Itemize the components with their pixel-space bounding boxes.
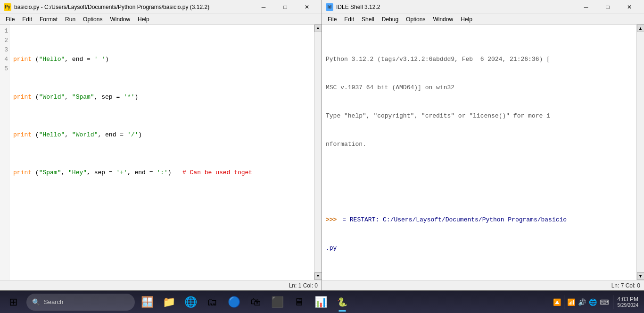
taskbar-app-copilot[interactable]: 🪟 — [137, 292, 157, 313]
tray-chevron-icon[interactable]: 🔼 — [553, 298, 561, 306]
shell-menu-edit[interactable]: Edit — [340, 14, 358, 25]
editor-window: Py basicio.py - C:/Users/Laysoft/Documen… — [0, 0, 322, 290]
copilot-icon: 🪟 — [141, 296, 154, 308]
windows-logo-icon: ⊞ — [9, 296, 17, 308]
search-placeholder-text: Search — [44, 298, 63, 305]
shell-menu-options[interactable]: Options — [402, 14, 429, 25]
editor-status-text: Ln: 1 Col: 0 — [289, 282, 318, 289]
display-icon: 🖥 — [294, 296, 304, 308]
code-line-3: print ("Hello", "World", end = '/') — [13, 130, 312, 140]
shell-info-line2: MSC v.1937 64 bit (AMD64)] on win32 — [326, 83, 633, 93]
shell-maximize-button[interactable]: □ — [597, 0, 619, 14]
shell-scroll-up[interactable]: ▲ — [637, 25, 644, 32]
clock-date: 5/29/2024 — [617, 303, 638, 308]
search-icon: 🔍 — [32, 298, 40, 306]
files-icon: 🗂 — [207, 296, 217, 308]
editor-win-controls: ─ □ ✕ — [253, 0, 318, 14]
taskbar-apps: 🪟 📁 🌐 🗂 🔵 🛍 ⬛ 🖥 � — [137, 292, 353, 313]
tray-icons: 🔼 📶 🔊 🌐 ⌨ — [553, 295, 609, 309]
code-line-1: print ("Hello", end = ' ') — [13, 55, 312, 64]
editor-minimize-button[interactable]: ─ — [253, 0, 274, 14]
editor-status-bar: Ln: 1 Col: 0 — [0, 280, 322, 290]
file-explorer-icon: 📁 — [163, 296, 175, 308]
browser-icon: 🔵 — [228, 296, 240, 308]
shell-window-icon: Id — [326, 3, 333, 11]
editor-menu-file[interactable]: File — [2, 14, 18, 25]
editor-menu-run[interactable]: Run — [61, 14, 79, 25]
editor-title-bar: Py basicio.py - C:/Users/Laysoft/Documen… — [0, 0, 322, 14]
editor-menu-edit[interactable]: Edit — [18, 14, 36, 25]
taskbar-app-browser[interactable]: 🔵 — [223, 292, 244, 313]
tray-language-icon[interactable]: 🌐 — [589, 298, 597, 306]
taskbar-search[interactable]: 🔍 Search — [26, 294, 135, 311]
system-clock[interactable]: 4:03 PM 5/29/2024 — [617, 296, 638, 308]
taskbar-app-terminal[interactable]: ⬛ — [267, 292, 288, 313]
edge-icon: 🌐 — [184, 296, 197, 308]
shell-info-line3: Type "help", "copyright", "credits" or "… — [326, 111, 633, 121]
shell-scroll-down[interactable]: ▼ — [637, 272, 644, 280]
editor-scroll-down[interactable]: ▼ — [314, 272, 322, 280]
shell-menu-file[interactable]: File — [324, 14, 340, 25]
shell-close-button[interactable]: ✕ — [619, 0, 640, 14]
code-line-2: print ("World", "Spam", sep = '*') — [13, 93, 312, 102]
shell-minimize-button[interactable]: ─ — [575, 0, 597, 14]
editor-line-numbers: 1 2 3 4 5 — [0, 25, 9, 280]
shell-status-text: Ln: 7 Col: 0 — [611, 282, 640, 289]
editor-window-icon: Py — [4, 3, 11, 11]
taskbar-app-python-idle[interactable]: 🐍 — [332, 292, 353, 313]
tray-divider — [564, 295, 564, 309]
editor-menu-window[interactable]: Window — [106, 14, 134, 25]
start-button[interactable]: ⊞ — [2, 293, 25, 312]
editor-scroll-up[interactable]: ▲ — [314, 25, 322, 32]
chart-icon: 📊 — [314, 296, 327, 308]
taskbar-app-files[interactable]: 🗂 — [202, 292, 223, 313]
shell-title-text: IDLE Shell 3.12.2 — [336, 4, 380, 10]
shell-win-controls: ─ □ ✕ — [575, 0, 640, 14]
code-line-5 — [13, 206, 312, 215]
shell-status-bar: Ln: 7 Col: 0 — [322, 280, 644, 290]
tray-keyboard-icon[interactable]: ⌨ — [600, 298, 609, 306]
editor-maximize-button[interactable]: □ — [274, 0, 296, 14]
shell-scrollbar[interactable]: ▲ ▼ — [636, 25, 644, 280]
shell-info-line4: nformation. — [326, 140, 633, 149]
shell-prompt-1: >>> = RESTART: C:/Users/Laysoft/Document… — [326, 215, 633, 225]
taskbar-app-edge[interactable]: 🌐 — [180, 292, 201, 313]
taskbar-app-display[interactable]: 🖥 — [289, 292, 309, 313]
shell-menu-shell[interactable]: Shell — [358, 14, 378, 25]
tray-speaker-icon[interactable]: 🔊 — [578, 298, 586, 306]
clock-time: 4:03 PM — [617, 296, 638, 303]
shell-menu-bar: File Edit Shell Debug Options Window Hel… — [322, 14, 644, 25]
shell-menu-window[interactable]: Window — [429, 14, 457, 25]
taskbar: ⊞ 🔍 Search 🪟 📁 🌐 🗂 🔵 🛍 — [0, 290, 644, 313]
taskbar-app-file-explorer[interactable]: 📁 — [158, 292, 179, 313]
editor-menu-bar: File Edit Format Run Options Window Help — [0, 14, 322, 25]
clock-divider — [613, 295, 613, 309]
store-icon: 🛍 — [250, 296, 261, 308]
taskbar-tray: 🔼 📶 🔊 🌐 ⌨ 4:03 PM 5/29/2024 — [553, 295, 642, 309]
terminal-icon: ⬛ — [271, 296, 284, 308]
editor-code-area[interactable]: 1 2 3 4 5 print ("Hello", end = ' ') pri… — [0, 25, 322, 280]
shell-restart-line2: .py — [326, 244, 633, 253]
taskbar-app-chart[interactable]: 📊 — [310, 292, 331, 313]
editor-menu-help[interactable]: Help — [134, 14, 153, 25]
editor-menu-options[interactable]: Options — [79, 14, 106, 25]
python-idle-icon: 🐍 — [337, 297, 347, 307]
shell-menu-help[interactable]: Help — [457, 14, 476, 25]
editor-menu-format[interactable]: Format — [36, 14, 61, 25]
taskbar-app-store[interactable]: 🛍 — [245, 292, 266, 313]
editor-title-text: basicio.py - C:/Users/Laysoft/Documents/… — [14, 4, 209, 10]
editor-code-content[interactable]: print ("Hello", end = ' ') print ("World… — [9, 25, 314, 280]
shell-blank-line — [326, 178, 633, 187]
editor-close-button[interactable]: ✕ — [296, 0, 318, 14]
editor-scrollbar[interactable]: ▲ ▼ — [314, 25, 322, 280]
shell-title-bar: Id IDLE Shell 3.12.2 ─ □ ✕ — [322, 0, 644, 14]
code-line-4: print ("Spam", "Hey", sep = '+', end = '… — [13, 168, 312, 178]
shell-window: Id IDLE Shell 3.12.2 ─ □ ✕ File Edit She… — [322, 0, 644, 290]
shell-menu-debug[interactable]: Debug — [378, 14, 402, 25]
tray-network-icon[interactable]: 📶 — [567, 298, 575, 306]
shell-info-line1: Python 3.12.2 (tags/v3.12.2:6abddd9, Feb… — [326, 55, 633, 64]
shell-output-area[interactable]: Python 3.12.2 (tags/v3.12.2:6abddd9, Feb… — [322, 25, 636, 280]
